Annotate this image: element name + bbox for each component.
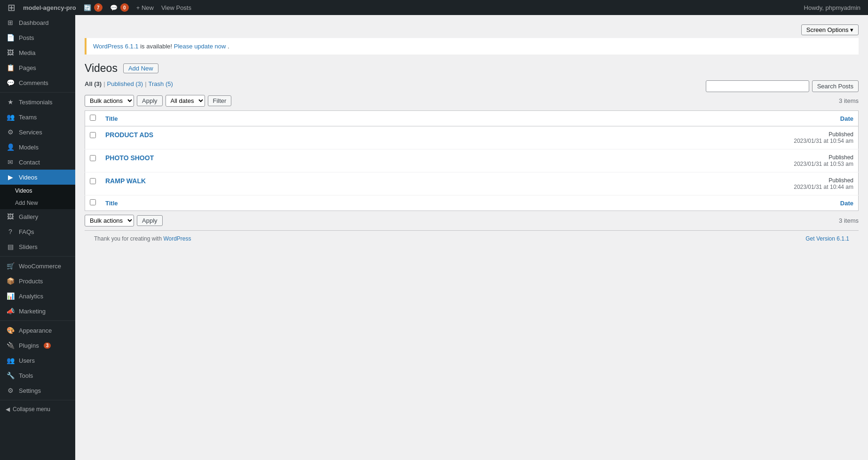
row1-status: Published (779, 131, 854, 138)
sidebar-item-label: Products (19, 278, 43, 285)
table-row: PHOTO SHOOT Published 2023/01/31 at 10:5… (85, 149, 859, 172)
thead-date-col: Date (774, 111, 859, 126)
view-posts-link[interactable]: View Posts (158, 0, 195, 15)
bulk-actions-select-bottom[interactable]: Bulk actions (85, 215, 134, 226)
screen-options-bar: Screen Options ▾ (85, 24, 859, 35)
sidebar-item-dashboard[interactable]: ⊞ Dashboard (0, 15, 75, 30)
row3-date: 2023/01/31 at 10:44 am (779, 184, 854, 190)
wp-version-link[interactable]: WordPress 6.1.1 (93, 43, 139, 50)
sidebar-item-comments[interactable]: 💬 Comments (0, 75, 75, 90)
row3-checkbox-cell (85, 172, 101, 195)
table-body: PRODUCT ADS Published 2023/01/31 at 10:5… (85, 126, 859, 195)
sidebar-item-posts[interactable]: 📄 Posts (0, 30, 75, 45)
users-icon: 👥 (6, 357, 15, 364)
footer-left: Thank you for creating with WordPress (94, 235, 191, 242)
comments-link[interactable]: 💬 0 (106, 0, 133, 15)
submenu-item-add-new[interactable]: Add New (0, 197, 75, 209)
sidebar-item-label: Analytics (19, 293, 43, 300)
sep2: | (145, 80, 146, 87)
row2-date-cell: Published 2023/01/31 at 10:53 am (774, 149, 859, 172)
filter-published[interactable]: Published (3) (107, 80, 143, 87)
submenu-label: Videos (15, 187, 32, 194)
apply-button-bottom[interactable]: Apply (137, 215, 163, 226)
sidebar-item-sliders[interactable]: ▤ Sliders (0, 239, 75, 254)
thead-checkbox-col (85, 111, 101, 126)
sidebar-item-marketing[interactable]: 📣 Marketing (0, 304, 75, 319)
search-posts-button[interactable]: Search Posts (812, 80, 859, 92)
row2-checkbox[interactable] (90, 155, 96, 161)
footer-wp-link[interactable]: WordPress (163, 235, 191, 242)
main-content: Screen Options ▾ WordPress 6.1.1 is avai… (75, 15, 868, 460)
row3-title-link[interactable]: RAMP WALK (105, 177, 146, 185)
tablenav-bottom: Bulk actions Apply 3 items (85, 215, 859, 226)
faqs-icon: ? (6, 228, 15, 235)
filter-trash[interactable]: Trash (5) (149, 80, 173, 87)
sidebar-item-testimonials[interactable]: ★ Testimonials (0, 94, 75, 109)
row1-checkbox[interactable] (90, 132, 96, 138)
sidebar-item-media[interactable]: 🖼 Media (0, 45, 75, 60)
screen-options-button[interactable]: Screen Options ▾ (801, 24, 859, 35)
sidebar-item-label: Settings (19, 387, 41, 394)
new-content-link[interactable]: + New (133, 0, 158, 15)
bulk-actions-select-top[interactable]: Bulk actions (85, 95, 134, 107)
new-label: + New (136, 4, 154, 11)
tablenav-top: Bulk actions Apply All dates Filter 3 it… (85, 95, 859, 107)
sidebar-item-appearance[interactable]: 🎨 Appearance (0, 323, 75, 338)
row1-title-link[interactable]: PRODUCT ADS (105, 131, 153, 139)
sidebar-item-faqs[interactable]: ? FAQs (0, 224, 75, 239)
sidebar-item-woocommerce[interactable]: 🛒 WooCommerce (0, 258, 75, 273)
sidebar-item-label: Testimonials (19, 99, 53, 106)
appearance-icon: 🎨 (6, 327, 15, 334)
collapse-menu-button[interactable]: ◀ Collapse menu (0, 402, 75, 416)
row3-checkbox[interactable] (90, 178, 96, 184)
footer-thank-you: Thank you for creating with (94, 235, 163, 242)
sidebar-item-plugins[interactable]: 🔌 Plugins 3 (0, 338, 75, 353)
submenu-item-videos[interactable]: Videos (0, 185, 75, 197)
select-all-checkbox-top[interactable] (90, 115, 96, 121)
add-new-button[interactable]: Add New (123, 63, 158, 73)
sidebar-item-models[interactable]: 👤 Models (0, 140, 75, 155)
sidebar-item-analytics[interactable]: 📊 Analytics (0, 288, 75, 304)
settings-icon: ⚙ (6, 387, 15, 394)
filter-all[interactable]: All (3) (85, 80, 102, 87)
row2-date: 2023/01/31 at 10:53 am (779, 161, 854, 167)
search-input[interactable] (706, 80, 809, 92)
sliders-icon: ▤ (6, 243, 15, 250)
sidebar-item-label: Plugins (19, 342, 39, 349)
apply-button-top[interactable]: Apply (137, 95, 163, 106)
select-all-checkbox-bottom[interactable] (90, 199, 96, 205)
row2-status: Published (779, 154, 854, 161)
sidebar-item-settings[interactable]: ⚙ Settings (0, 383, 75, 398)
collapse-icon: ◀ (6, 406, 10, 413)
updates-link[interactable]: 🔄 7 (80, 0, 106, 15)
page-title: Videos (85, 62, 118, 75)
sidebar-item-gallery[interactable]: 🖼 Gallery (0, 209, 75, 224)
dates-filter-select[interactable]: All dates (166, 95, 205, 107)
notice-suffix: . (228, 43, 229, 50)
sidebar-item-teams[interactable]: 👥 Teams (0, 109, 75, 125)
sidebar-item-contact[interactable]: ✉ Contact (0, 155, 75, 170)
update-notice: WordPress 6.1.1 is available! Please upd… (85, 38, 859, 55)
update-now-link[interactable]: Please update now (174, 43, 226, 50)
sidebar-item-products[interactable]: 📦 Products (0, 273, 75, 288)
top-actions: All (3) | Published (3) | Trash (5) Sear… (85, 80, 859, 92)
row3-status: Published (779, 177, 854, 184)
sidebar-item-videos[interactable]: ▶ Videos (0, 170, 75, 185)
footer-right: Get Version 6.1.1 (805, 235, 849, 242)
sidebar-item-label: Users (19, 357, 35, 364)
models-icon: 👤 (6, 143, 15, 151)
tfoot-checkbox-col (85, 195, 101, 211)
sidebar-item-tools[interactable]: 🔧 Tools (0, 368, 75, 383)
site-name-link[interactable]: model-agency-pro (19, 0, 80, 15)
sidebar-item-label: FAQs (19, 228, 34, 235)
filter-button[interactable]: Filter (208, 95, 232, 106)
wp-logo[interactable]: ⊞ (4, 0, 19, 15)
row2-title-link[interactable]: PHOTO SHOOT (105, 154, 154, 162)
sidebar-item-users[interactable]: 👥 Users (0, 353, 75, 368)
sidebar-item-services[interactable]: ⚙ Services (0, 125, 75, 140)
footer-version-link[interactable]: Get Version 6.1.1 (805, 235, 849, 242)
sidebar-item-label: Media (19, 49, 35, 56)
sidebar-item-label: Teams (19, 114, 37, 121)
sidebar: ⊞ Dashboard 📄 Posts 🖼 Media 📋 Pages 💬 Co… (0, 15, 75, 460)
sidebar-item-pages[interactable]: 📋 Pages (0, 60, 75, 75)
